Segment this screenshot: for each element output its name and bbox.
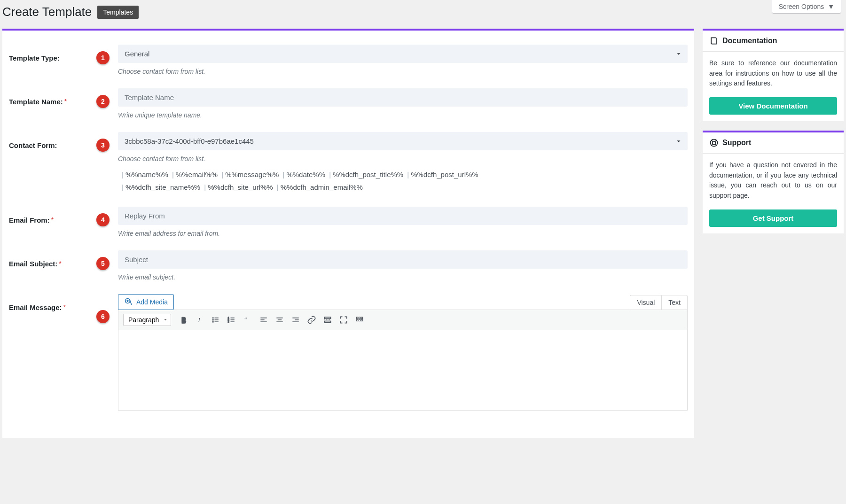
support-text: If you have a question not covered in th… [709, 160, 837, 201]
badge-3: 3 [96, 139, 110, 152]
editor-body: Paragraph B I 123 “ [118, 310, 688, 411]
badge-4: 4 [96, 213, 110, 226]
view-documentation-button[interactable]: View Documentation [709, 97, 837, 115]
svg-line-39 [715, 144, 717, 146]
svg-text:3: 3 [228, 320, 229, 323]
screen-options-label: Screen Options [779, 3, 824, 10]
paragraph-select[interactable]: Paragraph [123, 314, 171, 326]
fullscreen-icon[interactable] [337, 313, 351, 327]
svg-rect-27 [324, 321, 330, 323]
token[interactable]: %%dcfh_post_url%% [411, 171, 478, 178]
token[interactable]: %%message%% [225, 171, 279, 178]
book-icon [709, 36, 719, 46]
row-email-message: Email Message:* 6 Add Media Visual Text [9, 294, 688, 411]
help-contact-form: Choose contact form from list. [118, 155, 688, 163]
lifebuoy-icon [709, 138, 719, 147]
svg-rect-31 [356, 319, 358, 321]
align-right-icon[interactable] [289, 313, 303, 327]
label-email-message: Email Message: [9, 303, 62, 311]
numbered-list-icon[interactable]: 123 [225, 313, 239, 327]
documentation-title: Documentation [722, 37, 777, 45]
add-media-label: Add Media [136, 298, 168, 306]
svg-rect-29 [359, 317, 360, 318]
required-mark: * [59, 260, 61, 267]
bold-icon[interactable]: B [177, 313, 191, 327]
required-mark: * [64, 98, 67, 105]
get-support-button[interactable]: Get Support [709, 209, 837, 227]
link-icon[interactable] [305, 313, 319, 327]
align-left-icon[interactable] [257, 313, 271, 327]
required-mark: * [51, 216, 54, 224]
media-icon [124, 297, 133, 307]
templates-link[interactable]: Templates [97, 6, 139, 19]
editor-toolbar: Paragraph B I 123 “ [118, 310, 687, 330]
help-email-from: Write email address for email from. [118, 230, 688, 237]
svg-text:B: B [181, 317, 186, 324]
token[interactable]: %%dcfh_site_name%% [125, 183, 200, 191]
italic-icon[interactable]: I [193, 313, 207, 327]
help-email-subject: Write email subject. [118, 273, 688, 281]
svg-line-38 [711, 144, 713, 146]
screen-options-button[interactable]: Screen Options ▼ [772, 0, 841, 14]
badge-1: 1 [96, 51, 110, 64]
input-template-name[interactable] [118, 88, 688, 107]
documentation-box: Documentation Be sure to reference our d… [703, 29, 844, 121]
token[interactable]: %%date%% [286, 171, 325, 178]
input-email-from[interactable] [118, 207, 688, 225]
help-template-type: Choose contact form from list. [118, 68, 688, 75]
editor-content[interactable] [118, 330, 687, 410]
support-box: Support If you have a question not cover… [703, 131, 844, 233]
svg-point-7 [212, 321, 213, 322]
row-contact-form: Contact Form: 3 3cbbc58a-37c2-400d-bff0-… [9, 132, 688, 194]
row-template-type: Template Type: 1 General Choose contact … [9, 45, 688, 75]
quote-icon[interactable]: “ [241, 313, 255, 327]
label-contact-form: Contact Form: [9, 141, 57, 149]
svg-text:“: “ [244, 316, 247, 324]
badge-5: 5 [96, 257, 110, 270]
select-template-type[interactable]: General [118, 45, 688, 63]
page-title: Create Template [2, 5, 92, 19]
badge-2: 2 [96, 95, 110, 108]
row-template-name: Template Name:* 2 Write unique template … [9, 88, 688, 119]
row-email-subject: Email Subject:* 5 Write email subject. [9, 250, 688, 281]
bullet-list-icon[interactable] [209, 313, 223, 327]
label-template-type: Template Type: [9, 54, 60, 62]
page-header: Create Template Templates [0, 0, 846, 29]
label-template-name: Template Name: [9, 98, 63, 106]
svg-rect-32 [359, 319, 360, 321]
svg-rect-30 [361, 317, 362, 318]
input-email-subject[interactable] [118, 250, 688, 269]
label-email-from: Email From: [9, 216, 50, 224]
help-template-name: Write unique template name. [118, 111, 688, 119]
row-email-from: Email From:* 4 Write email address for e… [9, 207, 688, 237]
svg-line-37 [715, 140, 717, 141]
token[interactable]: %%email%% [176, 171, 218, 178]
align-center-icon[interactable] [273, 313, 287, 327]
tab-visual[interactable]: Visual [630, 295, 661, 310]
svg-rect-28 [356, 317, 358, 318]
add-media-button[interactable]: Add Media [118, 294, 174, 310]
svg-text:I: I [198, 317, 200, 324]
select-contact-form[interactable]: 3cbbc58a-37c2-400d-bff0-e97b6ae1c445 [118, 132, 688, 150]
svg-rect-33 [361, 319, 362, 321]
svg-line-36 [711, 140, 713, 141]
token[interactable]: %%name%% [125, 171, 168, 178]
token[interactable]: %%dcfh_admin_email%% [281, 183, 363, 191]
badge-6: 6 [96, 310, 110, 323]
token[interactable]: %%dcfh_post_title%% [333, 171, 403, 178]
main-form-panel: Template Type: 1 General Choose contact … [2, 29, 694, 438]
svg-rect-25 [324, 317, 330, 318]
read-more-icon[interactable] [321, 313, 335, 327]
documentation-text: Be sure to reference our documentation a… [709, 58, 837, 89]
chevron-down-icon: ▼ [828, 3, 834, 10]
tab-text[interactable]: Text [661, 295, 688, 310]
required-mark: * [63, 303, 66, 311]
token[interactable]: %%dcfh_site_url%% [208, 183, 273, 191]
svg-point-3 [212, 318, 213, 318]
toolbar-toggle-icon[interactable] [352, 313, 367, 327]
support-title: Support [722, 139, 751, 147]
token-list: |%%name%% |%%email%% |%%message%% |%%dat… [118, 168, 688, 194]
svg-point-35 [713, 141, 716, 145]
label-email-subject: Email Subject: [9, 260, 57, 268]
svg-point-5 [212, 319, 213, 320]
